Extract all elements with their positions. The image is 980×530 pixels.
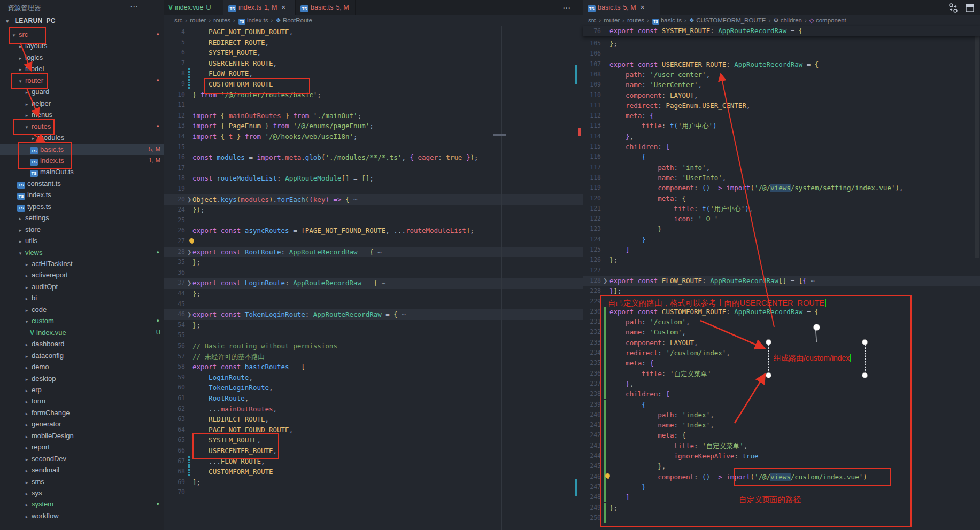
fold-chevron-icon[interactable]: ❯ bbox=[187, 278, 191, 289]
fold-chevron-icon[interactable]: ❯ bbox=[603, 276, 607, 286]
tree-item-dashboard[interactable]: ▸dashboard bbox=[0, 338, 164, 349]
tab-label: index.ts bbox=[238, 4, 261, 11]
breadcrumb-item[interactable]: routes bbox=[213, 17, 230, 24]
breadcrumb-item[interactable]: ❖ CUSTOMFORM_ROUTE bbox=[689, 17, 766, 24]
tree-item-report[interactable]: ▸report bbox=[0, 441, 164, 453]
breadcrumb-item[interactable]: TSindex.ts bbox=[238, 17, 268, 24]
tab-basic.ts[interactable]: TSbasic.ts5, M bbox=[296, 0, 356, 15]
tree-item-activereport[interactable]: ▸activereport bbox=[0, 269, 164, 280]
tree-item-router[interactable]: ▾router● bbox=[0, 75, 164, 86]
rotation-handle[interactable] bbox=[813, 324, 820, 331]
selection-handle[interactable] bbox=[862, 339, 868, 345]
breadcrumb-item[interactable]: ⚙ children bbox=[773, 17, 802, 24]
tree-item-bi[interactable]: ▸bi bbox=[0, 292, 164, 303]
tree-item-label: routes bbox=[32, 122, 51, 130]
tree-item-formChange[interactable]: ▸formChange bbox=[0, 407, 164, 418]
fold-chevron-icon[interactable]: ❯ bbox=[187, 309, 191, 320]
scrollbar-thumb[interactable] bbox=[975, 28, 979, 258]
sticky-scroll-line[interactable]: 76export const SYSTEM_ROUTE: AppRouteRec… bbox=[583, 26, 980, 36]
code-line-117: 117 path: 'info', bbox=[583, 162, 980, 173]
toggle-layout-icon[interactable] bbox=[964, 3, 975, 13]
editor-more-actions-icon[interactable]: ⋯ bbox=[562, 3, 570, 13]
tree-item-sendmail[interactable]: ▸sendmail bbox=[0, 464, 164, 476]
scrollbar-dash[interactable] bbox=[493, 134, 506, 136]
tree-item-demo[interactable]: ▸demo bbox=[0, 361, 164, 372]
tree-item-secondDev[interactable]: ▸secondDev bbox=[0, 453, 164, 464]
code-line-244: 244 ignoreKeepAlive: true bbox=[583, 451, 980, 461]
editor-middle[interactable]: 4 PAGE_NOT_FOUND_ROUTE,5 REDIRECT_ROUTE,… bbox=[164, 26, 583, 530]
tab-basic.ts[interactable]: TSbasic.ts5, M× bbox=[583, 0, 660, 15]
tree-item-system[interactable]: ▸system● bbox=[0, 498, 164, 510]
tree-item-model[interactable]: ▸model bbox=[0, 63, 164, 74]
tree-item-auditOpt[interactable]: ▸auditOpt bbox=[0, 281, 164, 292]
tab-index.vue[interactable]: Vindex.vueU bbox=[164, 0, 223, 15]
tree-item-helper[interactable]: ▸helper bbox=[0, 98, 164, 109]
breadcrumb-item[interactable]: router bbox=[190, 17, 206, 24]
tree-item-types-ts[interactable]: TStypes.ts bbox=[0, 201, 164, 212]
lightbulb-icon[interactable] bbox=[189, 238, 194, 243]
explorer-title: 资源管理器 bbox=[7, 4, 41, 13]
tree-item-label: types.ts bbox=[27, 202, 51, 211]
tree-item-erp[interactable]: ▸erp bbox=[0, 384, 164, 395]
tree-item-routes[interactable]: ▾routes● bbox=[0, 121, 164, 132]
breadcrumb-item[interactable]: TSbasic.ts bbox=[652, 17, 682, 24]
code-line-123: 123 } bbox=[583, 224, 980, 234]
tree-item-views[interactable]: ▾views● bbox=[0, 247, 164, 258]
split-editor-icon[interactable] bbox=[947, 3, 959, 13]
tree-item-mobileDesign[interactable]: ▸mobileDesign bbox=[0, 430, 164, 441]
breadcrumb-item[interactable]: router bbox=[604, 17, 620, 24]
breadcrumb-item[interactable]: ◇ component bbox=[809, 17, 846, 24]
tree-item-store[interactable]: ▸store bbox=[0, 224, 164, 235]
code-line-27: 27 bbox=[164, 236, 583, 247]
selection-handle[interactable] bbox=[862, 372, 868, 378]
workspace-root[interactable]: ▾ LEARUN_PC bbox=[4, 17, 159, 29]
tree-item-index-vue[interactable]: Vindex.vueU bbox=[0, 327, 164, 338]
breadcrumb-item[interactable]: src bbox=[588, 17, 596, 24]
selection-handle[interactable] bbox=[766, 372, 771, 378]
breadcrumb-item[interactable]: ❖ RootRoute bbox=[275, 17, 312, 24]
breadcrumb-item[interactable]: routes bbox=[627, 17, 644, 24]
overview-ruler-modified-mark bbox=[575, 479, 577, 496]
breadcrumb-item[interactable]: src bbox=[174, 17, 182, 24]
tree-item-index-ts[interactable]: TSindex.ts bbox=[0, 189, 164, 200]
tree-item-src[interactable]: ▾src● bbox=[0, 29, 164, 40]
tab-index.ts[interactable]: TSindex.ts1, M× bbox=[223, 0, 296, 15]
chevron-right-icon: ▸ bbox=[24, 431, 30, 442]
code-line-44: 44}; bbox=[164, 289, 583, 299]
chevron-down-icon: ▾ bbox=[24, 316, 30, 328]
tree-item-settings[interactable]: ▸settings bbox=[0, 212, 164, 223]
selection-handle[interactable] bbox=[766, 339, 771, 345]
tree-item-label: mainOut.ts bbox=[40, 168, 74, 176]
chevron-down-icon: ▾ bbox=[24, 122, 30, 133]
tree-item-form[interactable]: ▸form bbox=[0, 395, 164, 407]
tree-item-code[interactable]: ▸code bbox=[0, 304, 164, 315]
tree-item-logics[interactable]: ▸logics bbox=[0, 52, 164, 63]
tree-item-custom[interactable]: ▾custom● bbox=[0, 315, 164, 326]
fold-chevron-icon[interactable]: ❯ bbox=[187, 247, 191, 258]
tree-item-actHiTaskinst[interactable]: ▸actHiTaskinst bbox=[0, 258, 164, 269]
explorer-more-actions-icon[interactable]: ⋯ bbox=[130, 2, 138, 11]
tree-item-desktop[interactable]: ▸desktop bbox=[0, 373, 164, 384]
tree-item-guard[interactable]: ▸guard bbox=[0, 86, 164, 97]
tree-item-layouts[interactable]: ▸layouts bbox=[0, 40, 164, 51]
tree-item-utils[interactable]: ▸utils bbox=[0, 235, 164, 246]
tree-item-generator[interactable]: ▸generator bbox=[0, 418, 164, 430]
tree-item-sms[interactable]: ▸sms bbox=[0, 476, 164, 487]
close-icon[interactable]: × bbox=[641, 3, 645, 11]
code-line-17: 17 bbox=[164, 163, 583, 174]
fold-chevron-icon[interactable]: ❯ bbox=[187, 194, 191, 205]
gutter-added-bar bbox=[604, 441, 606, 451]
close-icon[interactable]: × bbox=[281, 3, 285, 11]
tree-item-sys[interactable]: ▸sys bbox=[0, 487, 164, 498]
tree-item-constant-ts[interactable]: TSconstant.ts bbox=[0, 178, 164, 189]
code-line-106: 106 bbox=[583, 49, 980, 59]
tree-item-menus[interactable]: ▸menus bbox=[0, 109, 164, 120]
code-line-35: 35}; bbox=[164, 257, 583, 268]
code-line-66: 66 USERCENTER_ROUTE, bbox=[164, 446, 583, 456]
code-line-240: 240 path: 'index', bbox=[583, 410, 980, 420]
chevron-right-icon: ▸ bbox=[24, 259, 30, 270]
code-line-232: 232 name: 'Custom', bbox=[583, 327, 980, 337]
tree-item-dataconfig[interactable]: ▸dataconfig bbox=[0, 350, 164, 361]
editor-right[interactable]: 105};106107export const USERCENTER_ROUTE… bbox=[583, 26, 980, 530]
tree-item-workflow[interactable]: ▸workflow bbox=[0, 510, 164, 521]
